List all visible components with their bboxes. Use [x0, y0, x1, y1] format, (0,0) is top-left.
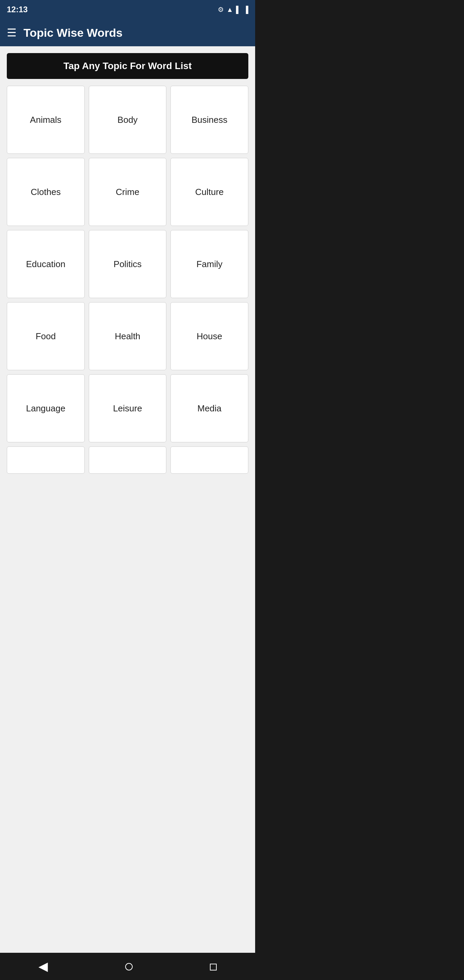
partial-item-2[interactable] — [89, 447, 167, 474]
partial-row — [7, 447, 248, 474]
topic-house[interactable]: House — [170, 302, 248, 370]
topic-education[interactable]: Education — [7, 230, 85, 298]
topic-animals[interactable]: Animals — [7, 86, 85, 154]
partial-item-1[interactable] — [7, 447, 85, 474]
wifi-icon: ▲ — [227, 6, 234, 14]
topic-family[interactable]: Family — [170, 230, 248, 298]
topic-clothes[interactable]: Clothes — [7, 158, 85, 226]
topic-leisure[interactable]: Leisure — [89, 374, 167, 442]
settings-icon: ⚙ — [218, 5, 224, 14]
banner: Tap Any Topic For Word List — [7, 53, 248, 79]
topic-food[interactable]: Food — [7, 302, 85, 370]
app-bar: ☰ Topic Wise Words — [0, 19, 255, 46]
topic-health[interactable]: Health — [89, 302, 167, 370]
recent-button[interactable] — [203, 956, 224, 977]
app-title: Topic Wise Words — [24, 26, 122, 40]
back-button[interactable]: ◀ — [32, 956, 55, 977]
topic-politics[interactable]: Politics — [89, 230, 167, 298]
topic-culture[interactable]: Culture — [170, 158, 248, 226]
topic-media[interactable]: Media — [170, 374, 248, 442]
menu-icon[interactable]: ☰ — [7, 26, 17, 39]
partial-item-3[interactable] — [170, 447, 248, 474]
status-time: 12:13 — [7, 5, 27, 14]
status-icons: ⚙ ▲ ▌ ▐ — [218, 5, 248, 14]
topic-grid: Animals Body Business Clothes Crime Cult… — [7, 86, 248, 442]
home-button[interactable] — [118, 956, 140, 977]
content-area: Tap Any Topic For Word List Animals Body… — [0, 46, 255, 953]
nav-bar: ◀ — [0, 953, 255, 980]
topic-language[interactable]: Language — [7, 374, 85, 442]
status-bar: 12:13 ⚙ ▲ ▌ ▐ — [0, 0, 255, 19]
battery-icon: ▐ — [243, 6, 248, 14]
topic-business[interactable]: Business — [170, 86, 248, 154]
signal-icon: ▌ — [236, 6, 241, 14]
topic-crime[interactable]: Crime — [89, 158, 167, 226]
topic-body[interactable]: Body — [89, 86, 167, 154]
